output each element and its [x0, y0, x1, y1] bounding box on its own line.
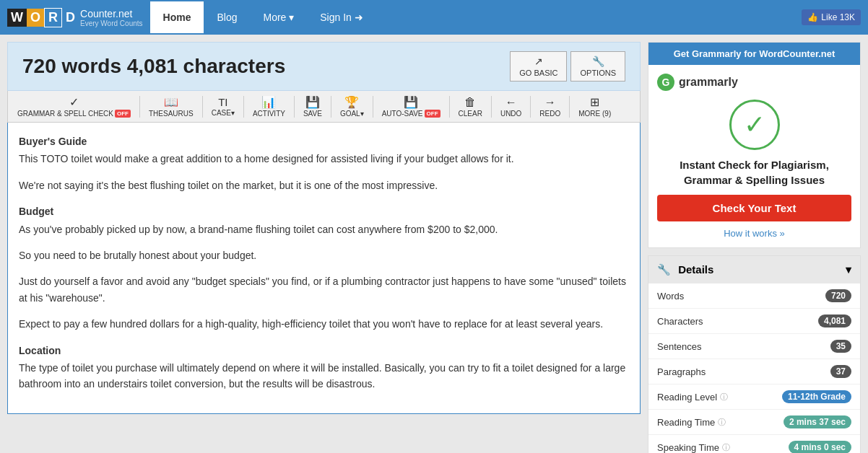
check-text-button[interactable]: Check Your Text	[657, 195, 851, 221]
undo-label: UNDO	[500, 110, 521, 118]
case-label: CASE▾	[212, 109, 235, 117]
collapse-icon: ▾	[846, 263, 851, 276]
para-6: Expect to pay a few hundred dollars for …	[19, 316, 629, 332]
separator-10	[569, 96, 570, 118]
detail-row-characters: Characters 4,081	[648, 309, 860, 334]
header: W O R D Counter.net Every Word Counts Ho…	[0, 0, 868, 35]
speaking-time-badge: 4 mins 0 sec	[789, 441, 851, 453]
grammarly-logo: G grammarly	[657, 74, 851, 91]
go-basic-button[interactable]: ↗ GO BASIC	[510, 51, 567, 82]
wrench-details-icon: 🔧	[657, 263, 671, 276]
heading-buyers-guide: Buyer's Guide	[19, 133, 629, 149]
separator-1	[139, 96, 140, 118]
clear-label: CLEAR	[459, 110, 482, 118]
autosave-off-badge: OFF	[425, 110, 440, 118]
save-button[interactable]: 💾 SAVE	[298, 92, 328, 120]
autosave-button[interactable]: 💾 AUTO-SAVE OFF	[376, 92, 446, 120]
grammarly-g-icon: G	[657, 74, 674, 91]
detail-row-paragraphs: Paragraphs 37	[648, 359, 860, 384]
clear-icon: 🗑	[464, 96, 476, 109]
detail-row-words: Words 720	[648, 283, 860, 309]
case-icon: TI	[218, 96, 227, 108]
how-it-works-link[interactable]: How it works »	[724, 228, 785, 239]
go-basic-label: GO BASIC	[519, 69, 557, 77]
trophy-icon: 🏆	[344, 95, 359, 109]
details-panel: 🔧 Details ▾ Words 720 Characters 4,081 S…	[648, 255, 861, 453]
text-editor[interactable]: Buyer's Guide This TOTO toilet would mak…	[7, 123, 641, 414]
grammar-spell-button[interactable]: ✓ GRAMMAR & SPELL CHECK OFF	[12, 92, 136, 120]
para-2: We're not saying it's the best flushing …	[19, 177, 629, 193]
activity-button[interactable]: 📊 ACTIVITY	[247, 92, 291, 120]
like-button[interactable]: 👍 Like 13K	[802, 9, 861, 25]
logo-d: D	[62, 9, 79, 27]
speaking-time-label: Speaking Time ⓘ	[657, 442, 730, 453]
options-button[interactable]: 🔧 OPTIONS	[570, 51, 625, 82]
options-label: OPTIONS	[580, 69, 616, 77]
redo-label: REDO	[539, 110, 560, 118]
para-4: So you need to be brutally honest about …	[19, 247, 629, 263]
para-3: As you've probably picked up by now, a b…	[19, 221, 629, 237]
like-label: Like 13K	[821, 12, 855, 22]
redo-icon: →	[544, 96, 556, 109]
separator-8	[491, 96, 492, 118]
reading-level-text: Reading Level	[657, 392, 717, 403]
speaking-time-info-icon[interactable]: ⓘ	[722, 442, 730, 453]
activity-label: ACTIVITY	[253, 110, 285, 118]
separator-5	[331, 96, 331, 118]
grammarly-ad-title: Get Grammarly for WordCounter.net	[648, 43, 860, 65]
logo-r: R	[44, 8, 62, 27]
nav-home[interactable]: Home	[150, 1, 204, 33]
logo-w: W	[7, 9, 27, 27]
sentences-badge: 35	[830, 340, 851, 353]
details-header[interactable]: 🔧 Details ▾	[648, 256, 860, 283]
details-header-content: 🔧 Details	[657, 263, 713, 276]
detail-row-reading-level: Reading Level ⓘ 11-12th Grade	[648, 384, 860, 410]
autosave-icon: 💾	[404, 95, 418, 109]
right-panel: Get Grammarly for WordCounter.net G gram…	[648, 42, 861, 453]
more-label: MORE (9)	[578, 110, 611, 118]
reading-level-label: Reading Level ⓘ	[657, 392, 728, 403]
left-panel: 720 words 4,081 characters ↗ GO BASIC 🔧 …	[7, 42, 641, 453]
more-button[interactable]: ⊞ MORE (9)	[573, 92, 617, 120]
para-7: The type of toilet you purchase will ult…	[19, 360, 629, 392]
clear-button[interactable]: 🗑 CLEAR	[453, 93, 488, 120]
sentences-label: Sentences	[657, 341, 701, 352]
reading-time-info-icon[interactable]: ⓘ	[718, 417, 726, 428]
separator-6	[373, 96, 373, 118]
thumbs-up-icon: 👍	[807, 12, 818, 22]
goal-button[interactable]: 🏆 GOAL▾	[334, 92, 370, 120]
nav-more[interactable]: More ▾	[250, 1, 307, 33]
nav-blog[interactable]: Blog	[204, 1, 250, 33]
separator-9	[530, 96, 531, 118]
logo-o: O	[27, 9, 44, 27]
reading-level-info-icon[interactable]: ⓘ	[720, 392, 728, 403]
main-container: 720 words 4,081 characters ↗ GO BASIC 🔧 …	[0, 35, 868, 453]
case-button[interactable]: TI CASE▾	[206, 93, 240, 120]
logo-word: W O R D	[7, 8, 79, 27]
paragraphs-badge: 37	[830, 365, 851, 378]
grid-icon: ⊞	[590, 95, 599, 109]
reading-time-label: Reading Time ⓘ	[657, 417, 726, 428]
characters-label: Characters	[657, 316, 703, 327]
heading-location: Location	[19, 343, 629, 359]
undo-button[interactable]: ← UNDO	[495, 93, 527, 120]
nav-signin[interactable]: Sign In ➜	[307, 1, 376, 33]
grammarly-ad: Get Grammarly for WordCounter.net G gram…	[648, 42, 861, 248]
reading-level-badge: 11-12th Grade	[782, 390, 851, 403]
para-5: Just do yourself a favor and avoid any "…	[19, 273, 629, 306]
grammarly-checkmark-icon: ✓	[744, 110, 765, 140]
thesaurus-button[interactable]: 📖 THESAURUS	[143, 92, 199, 120]
undo-icon: ←	[505, 96, 517, 109]
details-label: Details	[678, 263, 713, 276]
reading-time-text: Reading Time	[657, 417, 715, 428]
book-icon: 📖	[164, 95, 178, 109]
logo-text: Counter.net Every Word Counts	[79, 8, 143, 27]
para-1: This TOTO toilet would make a great addi…	[19, 151, 629, 167]
logo: W O R D Counter.net Every Word Counts	[7, 8, 143, 27]
redo-button[interactable]: → REDO	[534, 93, 566, 120]
separator-7	[449, 96, 450, 118]
wrench-icon: 🔧	[592, 56, 604, 67]
save-icon: 💾	[305, 95, 320, 109]
separator-2	[202, 96, 203, 118]
heading-budget: Budget	[19, 203, 629, 219]
